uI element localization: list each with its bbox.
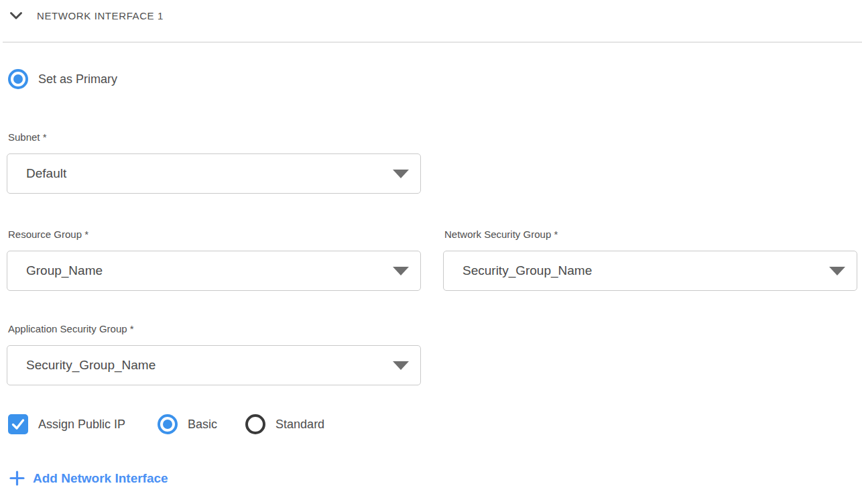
public-ip-standard-label: Standard [275, 418, 324, 432]
section-divider [3, 42, 862, 43]
dropdown-arrow-icon [829, 267, 845, 275]
group-fields-row: Resource Group * Group_Name Network Secu… [7, 229, 862, 291]
network-security-group-selected-value: Security_Group_Name [463, 263, 592, 278]
dropdown-arrow-icon [393, 267, 409, 275]
resource-group-dropdown[interactable]: Group_Name [7, 251, 421, 291]
subnet-dropdown[interactable]: Default [7, 153, 421, 194]
application-security-group-field: Application Security Group * Security_Gr… [7, 323, 862, 385]
application-security-group-selected-value: Security_Group_Name [26, 358, 156, 373]
subnet-field: Subnet * Default [7, 131, 862, 194]
public-ip-basic-radio[interactable] [158, 414, 178, 434]
public-ip-row: Assign Public IP Basic Standard [8, 414, 862, 434]
set-as-primary-radio[interactable] [8, 69, 28, 89]
network-interface-form: NETWORK INTERFACE 1 Set as Primary Subne… [0, 0, 862, 504]
chevron-down-icon[interactable] [9, 11, 23, 20]
plus-icon [9, 470, 25, 486]
resource-group-selected-value: Group_Name [26, 263, 103, 278]
assign-public-ip-label: Assign Public IP [38, 418, 125, 432]
resource-group-field: Resource Group * Group_Name [7, 229, 421, 291]
subnet-selected-value: Default [26, 166, 66, 181]
assign-public-ip-option[interactable]: Assign Public IP [8, 414, 125, 434]
public-ip-standard-option[interactable]: Standard [245, 414, 324, 434]
network-security-group-field: Network Security Group * Security_Group_… [443, 229, 857, 291]
add-network-interface-button[interactable]: Add Network Interface [9, 470, 168, 486]
public-ip-basic-option[interactable]: Basic [158, 414, 217, 434]
network-security-group-dropdown[interactable]: Security_Group_Name [443, 251, 857, 291]
add-network-interface-label: Add Network Interface [33, 471, 168, 486]
application-security-group-label: Application Security Group * [8, 323, 862, 335]
section-title: NETWORK INTERFACE 1 [37, 10, 164, 21]
public-ip-standard-radio[interactable] [245, 414, 265, 434]
dropdown-arrow-icon [393, 170, 409, 178]
public-ip-basic-label: Basic [188, 418, 217, 432]
set-as-primary-label: Set as Primary [38, 72, 117, 86]
resource-group-label: Resource Group * [8, 229, 421, 241]
set-as-primary-option[interactable]: Set as Primary [8, 69, 862, 89]
checkmark-icon [11, 418, 25, 430]
subnet-label: Subnet * [8, 131, 862, 143]
application-security-group-dropdown[interactable]: Security_Group_Name [7, 345, 421, 385]
section-header-network-interface-1[interactable]: NETWORK INTERFACE 1 [0, 0, 862, 21]
dropdown-arrow-icon [393, 361, 409, 370]
assign-public-ip-checkbox[interactable] [8, 414, 28, 434]
network-security-group-label: Network Security Group * [444, 229, 857, 241]
